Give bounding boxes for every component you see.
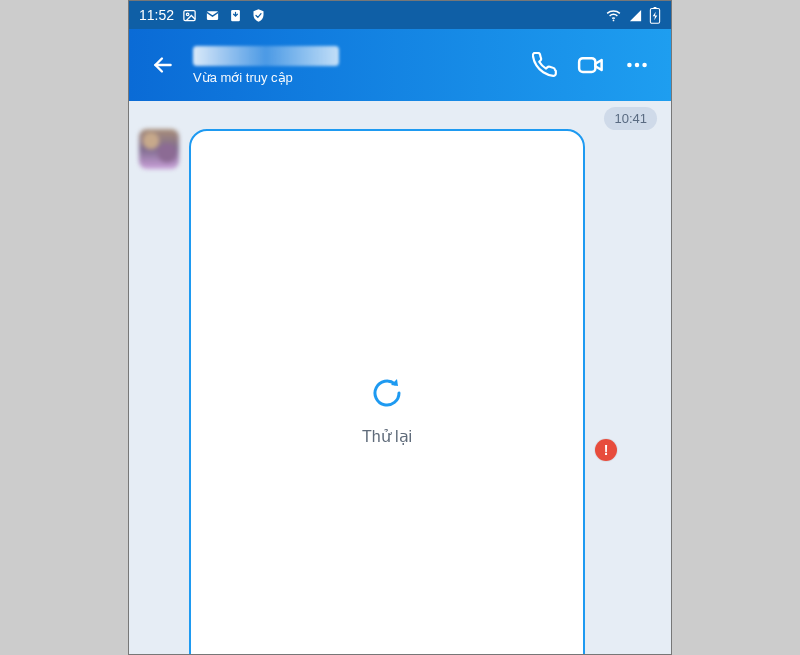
svg-rect-7	[579, 58, 595, 72]
chat-header: Vừa mới truy cập	[129, 29, 671, 101]
svg-point-4	[613, 19, 615, 21]
signal-icon	[628, 8, 643, 23]
battery-charging-icon	[649, 7, 661, 24]
back-button[interactable]	[141, 43, 185, 87]
retry-icon	[367, 373, 407, 413]
phone-frame: 11:52	[128, 0, 672, 655]
contact-name-redacted	[193, 46, 339, 66]
image-icon	[182, 8, 197, 23]
svg-point-9	[635, 63, 640, 68]
wifi-icon	[605, 7, 622, 24]
svg-point-1	[186, 13, 189, 16]
presence-status: Vừa mới truy cập	[193, 70, 339, 85]
chat-body[interactable]: 10:41 Thử lại !	[129, 101, 671, 654]
shield-check-icon	[251, 8, 266, 23]
failed-media-message[interactable]: Thử lại	[189, 129, 585, 655]
send-error-badge[interactable]: !	[595, 439, 617, 461]
svg-point-10	[642, 63, 647, 68]
status-time: 11:52	[139, 7, 174, 23]
status-bar: 11:52	[129, 1, 671, 29]
message-timestamp: 10:41	[604, 107, 657, 130]
mail-icon	[205, 8, 220, 23]
svg-point-8	[627, 63, 632, 68]
retry-label: Thử lại	[362, 427, 412, 446]
download-icon	[228, 8, 243, 23]
svg-rect-0	[184, 10, 195, 20]
svg-rect-6	[653, 7, 656, 9]
voice-call-button[interactable]	[523, 43, 567, 87]
exclamation-icon: !	[604, 442, 609, 458]
more-options-button[interactable]	[615, 43, 659, 87]
sender-avatar[interactable]	[139, 129, 179, 169]
video-call-button[interactable]	[569, 43, 613, 87]
